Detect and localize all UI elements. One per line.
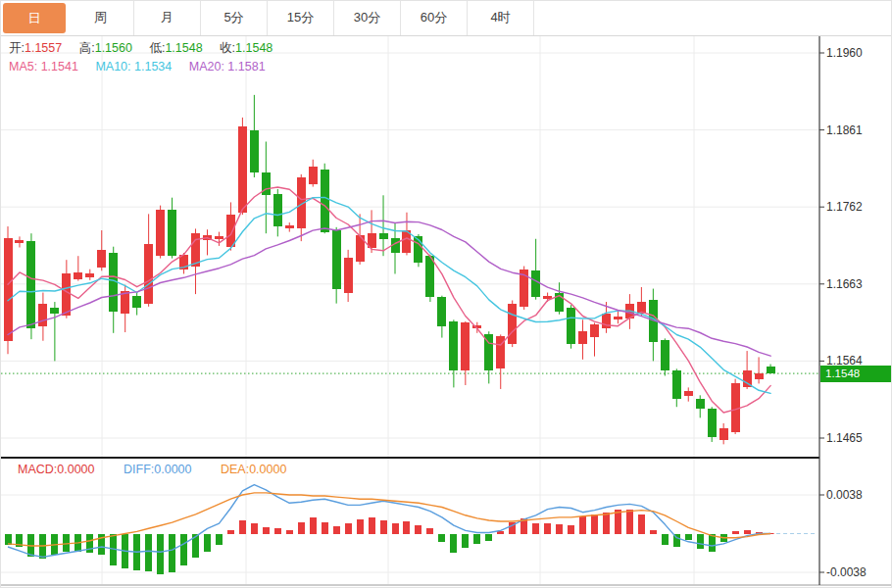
ohlc-legend: 开:1.1557 高:1.1560 低:1.1548 收:1.1548	[9, 40, 273, 57]
macd-value: 0.0000	[57, 463, 94, 476]
ma10-label: MA10:	[95, 60, 130, 74]
dea-label: DEA:	[221, 463, 249, 476]
macd-axis-label: 0.0038	[826, 488, 863, 502]
low-value: 1.1548	[165, 41, 202, 55]
close-label: 收:	[220, 41, 235, 55]
open-value: 1.1557	[25, 41, 62, 55]
macd-axis-label: -0.0038	[826, 565, 867, 579]
price-axis-label: 1.1663	[826, 277, 863, 291]
high-label: 高:	[79, 41, 95, 55]
low-label: 低:	[149, 41, 165, 55]
ma5-value: 1.1541	[37, 60, 78, 74]
close-value: 1.1548	[235, 41, 273, 55]
macd-legend: MACD:0.0000 DIFF:0.0000 DEA:0.0000	[18, 463, 286, 476]
tab-4hour[interactable]: 4时	[468, 1, 534, 35]
tab-week[interactable]: 周	[68, 1, 134, 35]
tab-5min[interactable]: 5分	[201, 1, 268, 35]
diff-value: 0.0000	[154, 463, 191, 476]
ma20-value: 1.1581	[224, 60, 266, 74]
tab-month[interactable]: 月	[134, 1, 201, 35]
macd-label: MACD:	[18, 463, 57, 476]
timeframe-tabs: 日 周 月 5分 15分 30分 60分 4时	[1, 1, 892, 36]
kline-chart-widget: 日 周 月 5分 15分 30分 60分 4时 开:1.1557 高:1.156…	[0, 0, 892, 588]
candlestick-chart-canvas[interactable]	[1, 1, 892, 588]
ma5-label: MA5:	[9, 60, 37, 74]
tab-15min[interactable]: 15分	[268, 1, 334, 35]
tab-day[interactable]: 日	[3, 3, 66, 33]
open-label: 开:	[9, 41, 25, 55]
tab-30min[interactable]: 30分	[334, 1, 401, 35]
tab-60min[interactable]: 60分	[401, 1, 468, 35]
price-axis-label: 1.1861	[826, 123, 863, 137]
current-price-badge: 1.1548	[820, 366, 891, 382]
high-value: 1.1560	[95, 41, 132, 55]
diff-label: DIFF:	[124, 463, 154, 476]
ma10-value: 1.1534	[131, 60, 173, 74]
ma20-label: MA20:	[189, 60, 224, 74]
price-axis-label: 1.1762	[826, 200, 863, 214]
dea-value: 0.0000	[249, 463, 286, 476]
price-axis-label: 1.1960	[826, 46, 863, 60]
price-axis-label: 1.1465	[826, 431, 863, 445]
ma-legend: MA5: 1.1541 MA10: 1.1534 MA20: 1.1581	[9, 60, 266, 74]
